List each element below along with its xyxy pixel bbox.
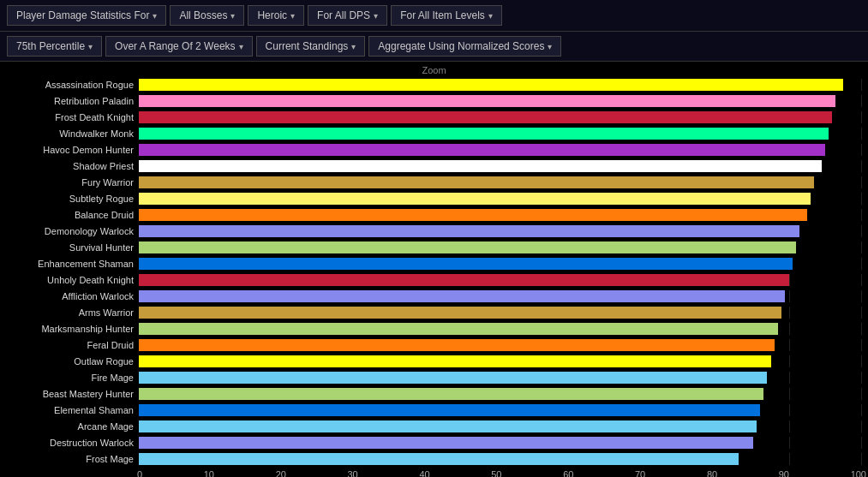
- top-nav: Player Damage Statistics For ▾ All Bosse…: [0, 0, 868, 32]
- bar-fill: [139, 128, 829, 140]
- bar-fill: [139, 209, 807, 221]
- bar-fill: [139, 176, 814, 188]
- bar-fill: [139, 258, 793, 270]
- bar-label: Outlaw Rogue: [3, 356, 139, 367]
- table-row: Unholy Death Knight: [3, 272, 861, 288]
- bar-label: Feral Druid: [3, 340, 139, 350]
- x-axis-label: 60: [563, 469, 573, 477]
- bar-fill: [139, 144, 825, 156]
- nav-all-bosses[interactable]: All Bosses ▾: [170, 5, 244, 26]
- bar-fill: [139, 111, 832, 123]
- bar-track: [139, 128, 861, 140]
- bar-track: [139, 209, 861, 221]
- bar-track: [139, 160, 861, 172]
- table-row: Affliction Warlock: [3, 289, 861, 304]
- nav-player-damage[interactable]: Player Damage Statistics For ▾: [7, 5, 166, 26]
- subnav-weeks[interactable]: Over A Range Of 2 Weeks ▾: [105, 36, 253, 57]
- bar-fill: [139, 355, 771, 367]
- table-row: Frost Death Knight: [3, 110, 861, 125]
- bar-fill: [139, 388, 763, 400]
- bar-fill: [139, 274, 789, 286]
- sub-nav: 75th Percentile ▾ Over A Range Of 2 Week…: [0, 32, 868, 62]
- bar-track: [139, 355, 861, 367]
- bar-track: [139, 388, 861, 400]
- subnav-standings[interactable]: Current Standings ▾: [256, 36, 366, 57]
- table-row: Frost Mage: [3, 451, 861, 467]
- bar-track: [139, 225, 861, 237]
- bar-fill: [139, 404, 760, 416]
- bar-fill: [139, 95, 835, 107]
- bar-fill: [139, 437, 753, 449]
- table-row: Fire Mage: [3, 370, 861, 385]
- bar-label: Frost Death Knight: [3, 112, 139, 122]
- table-row: Elemental Shaman: [3, 402, 861, 418]
- table-row: Marksmanship Hunter: [3, 321, 861, 337]
- nav-heroic[interactable]: Heroic ▾: [248, 5, 304, 26]
- bar-track: [139, 95, 861, 107]
- table-row: Retribution Paladin: [3, 93, 861, 109]
- bar-track: [139, 193, 861, 205]
- bar-track: [139, 290, 861, 302]
- table-row: Arms Warrior: [3, 305, 861, 320]
- x-axis-label: 50: [491, 469, 501, 477]
- bar-track: [139, 144, 861, 156]
- bar-fill: [139, 307, 781, 319]
- table-row: Fury Warrior: [3, 175, 861, 190]
- bar-fill: [139, 79, 843, 91]
- bar-fill: [139, 241, 796, 253]
- bar-track: [139, 79, 861, 91]
- bar-label: Havoc Demon Hunter: [3, 145, 139, 155]
- subnav-aggregate[interactable]: Aggregate Using Normalized Scores ▾: [368, 36, 561, 57]
- zoom-label: Zoom: [0, 65, 868, 75]
- bar-track: [139, 339, 861, 351]
- x-axis-label: 90: [779, 469, 789, 477]
- table-row: Outlaw Rogue: [3, 354, 861, 369]
- bar-label: Unholy Death Knight: [3, 275, 139, 285]
- nav-item-levels[interactable]: For All Item Levels ▾: [391, 5, 502, 26]
- table-row: Assassination Rogue: [3, 77, 861, 92]
- bar-label: Demonology Warlock: [3, 226, 139, 236]
- bar-track: [139, 404, 861, 416]
- chart-inner: Assassination RogueRetribution PaladinFr…: [0, 77, 868, 468]
- bar-track: [139, 372, 861, 384]
- bar-fill: [139, 339, 775, 351]
- table-row: Arcane Mage: [3, 419, 861, 434]
- bar-fill: [139, 453, 739, 465]
- table-row: Destruction Warlock: [3, 435, 861, 450]
- bar-label: Shadow Priest: [3, 161, 139, 171]
- bar-label: Elemental Shaman: [3, 405, 139, 415]
- x-axis-label: 30: [348, 469, 358, 477]
- subnav-percentile[interactable]: 75th Percentile ▾: [7, 36, 102, 57]
- table-row: Beast Mastery Hunter: [3, 386, 861, 402]
- bar-label: Survival Hunter: [3, 242, 139, 253]
- bar-label: Assassination Rogue: [3, 80, 139, 90]
- table-row: Balance Druid: [3, 207, 861, 223]
- bar-track: [139, 323, 861, 335]
- table-row: Enhancement Shaman: [3, 256, 861, 271]
- bar-label: Affliction Warlock: [3, 291, 139, 301]
- bar-fill: [139, 420, 757, 432]
- x-axis-label: 80: [707, 469, 717, 477]
- bar-label: Frost Mage: [3, 454, 139, 464]
- nav-all-dps[interactable]: For All DPS ▾: [308, 5, 387, 26]
- bar-label: Destruction Warlock: [3, 438, 139, 448]
- bar-fill: [139, 290, 785, 302]
- bar-label: Fury Warrior: [3, 177, 139, 188]
- bar-label: Windwalker Monk: [3, 128, 139, 139]
- bar-track: [139, 176, 861, 188]
- bar-label: Fire Mage: [3, 373, 139, 383]
- bar-label: Arcane Mage: [3, 421, 139, 432]
- bar-label: Arms Warrior: [3, 307, 139, 318]
- table-row: Subtlety Rogue: [3, 191, 861, 206]
- x-axis-label: 10: [204, 469, 214, 477]
- table-row: Feral Druid: [3, 337, 861, 353]
- chart-container: Zoom Assassination RogueRetribution Pala…: [0, 62, 868, 477]
- bar-fill: [139, 193, 811, 205]
- bar-label: Enhancement Shaman: [3, 259, 139, 269]
- bar-label: Retribution Paladin: [3, 96, 139, 106]
- bar-fill: [139, 225, 799, 237]
- x-axis-label: 70: [635, 469, 645, 477]
- bar-fill: [139, 372, 767, 384]
- bar-track: [139, 307, 861, 319]
- x-axis-label: 20: [276, 469, 286, 477]
